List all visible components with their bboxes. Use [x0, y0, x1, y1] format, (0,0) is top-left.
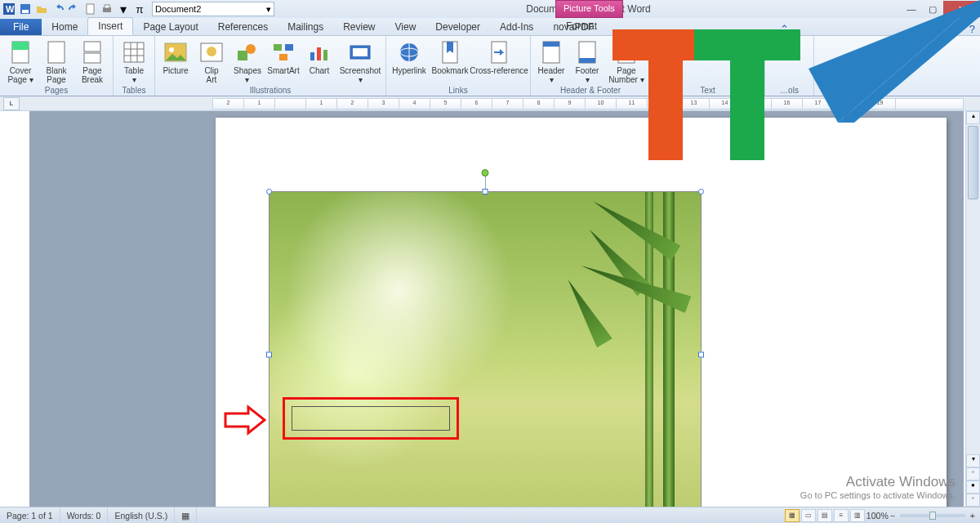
- page-break-button[interactable]: Page Break: [75, 38, 109, 84]
- zoom-level[interactable]: 100%: [866, 511, 889, 521]
- minimize-button[interactable]: —: [901, 1, 922, 17]
- group-text-label: Text: [700, 86, 715, 95]
- resize-handle-w[interactable]: [266, 352, 272, 358]
- save-icon[interactable]: [18, 2, 33, 16]
- zoom-in-button[interactable]: +: [970, 511, 975, 521]
- next-page-button[interactable]: ◦: [966, 494, 980, 507]
- equation-button[interactable]: π: [773, 38, 807, 65]
- clipart-button[interactable]: Clip Art: [194, 38, 229, 84]
- outline-view-button[interactable]: ≡: [834, 509, 849, 522]
- resize-handle-n[interactable]: [483, 189, 488, 194]
- shapes-icon: [234, 39, 261, 65]
- print-layout-view-button[interactable]: ▦: [785, 509, 800, 522]
- chart-button[interactable]: Chart: [302, 38, 336, 84]
- resize-handle-e[interactable]: [698, 352, 704, 358]
- group-illustrations-label: Illustrations: [250, 86, 292, 95]
- screenshot-button[interactable]: Screenshot ▾: [338, 38, 382, 84]
- resize-handle-ne[interactable]: [698, 189, 704, 194]
- inserted-picture[interactable]: [269, 191, 702, 507]
- smartart-button[interactable]: SmartArt: [266, 38, 301, 84]
- rotation-handle[interactable]: [482, 169, 489, 177]
- scroll-thumb[interactable]: [968, 126, 978, 199]
- header-button[interactable]: Header ▾: [534, 38, 568, 84]
- shapes-button[interactable]: Shapes ▾: [230, 38, 265, 84]
- status-page[interactable]: Page: 1 of 1: [0, 507, 60, 523]
- tab-page-layout[interactable]: Page Layout: [133, 19, 207, 35]
- zoom-slider-thumb[interactable]: [929, 512, 936, 520]
- zoom-out-button[interactable]: −: [890, 511, 895, 521]
- open-icon[interactable]: [34, 2, 49, 16]
- svg-rect-12: [124, 42, 144, 62]
- tab-selector[interactable]: L: [3, 97, 20, 110]
- draft-view-button[interactable]: ▥: [850, 509, 865, 522]
- web-layout-view-button[interactable]: ▤: [817, 509, 832, 522]
- tab-developer[interactable]: Developer: [425, 19, 490, 35]
- zoom-slider[interactable]: [900, 514, 965, 517]
- pi-icon[interactable]: π: [132, 2, 147, 16]
- svg-rect-8: [12, 42, 29, 50]
- footer-icon: [574, 39, 600, 65]
- windows-activation-watermark: Activate Windows Go to PC settings to ac…: [800, 474, 956, 500]
- svg-point-20: [207, 47, 216, 56]
- annotation-highlight-box: [283, 397, 459, 440]
- resize-handle-nw[interactable]: [266, 189, 272, 194]
- leaf-decoration: [578, 257, 692, 314]
- contextual-tab-title: Picture Tools: [555, 0, 623, 18]
- scroll-down-button[interactable]: ▾: [966, 454, 980, 467]
- hyperlink-button[interactable]: Hyperlink: [390, 38, 429, 75]
- new-icon[interactable]: [83, 2, 98, 16]
- svg-rect-27: [317, 47, 321, 60]
- document-canvas[interactable]: 2112345678910: [29, 111, 964, 507]
- scroll-up-button[interactable]: ▴: [966, 111, 980, 124]
- svg-point-22: [246, 44, 256, 54]
- browse-object-button[interactable]: ●: [966, 481, 980, 494]
- page-number-button[interactable]: #Page Number ▾: [606, 38, 647, 84]
- status-macro[interactable]: ▦: [175, 507, 197, 523]
- tab-references[interactable]: References: [208, 19, 278, 35]
- blank-page-button[interactable]: Blank Page: [39, 38, 74, 84]
- tab-mailings[interactable]: Mailings: [278, 19, 333, 35]
- horizontal-ruler[interactable]: 2112345678910111213141516171819: [212, 98, 964, 110]
- footer-button[interactable]: Footer ▾: [570, 38, 604, 84]
- table-button[interactable]: Table ▾: [117, 38, 151, 84]
- full-screen-view-button[interactable]: ▭: [801, 509, 816, 522]
- quick-access-toolbar: W ▾ π Document2▾: [0, 2, 276, 16]
- clipart-icon: [198, 39, 225, 65]
- svg-rect-4: [87, 4, 94, 14]
- bookmark-button[interactable]: Bookmark: [430, 38, 470, 75]
- word-icon[interactable]: W: [2, 2, 16, 16]
- previous-page-button[interactable]: ◦: [966, 467, 980, 481]
- group-pages: Cover Page ▾ Blank Page Page Break Pages: [0, 36, 114, 96]
- print-icon[interactable]: [100, 2, 114, 16]
- tab-insert[interactable]: Insert: [87, 17, 133, 35]
- document-combo[interactable]: Document2▾: [152, 2, 274, 16]
- status-words[interactable]: Words: 0: [60, 507, 109, 523]
- picture-button[interactable]: Picture: [158, 38, 193, 84]
- header-icon: [538, 39, 564, 65]
- help-icon[interactable]: ?: [969, 23, 975, 35]
- cross-reference-button[interactable]: Cross-reference: [471, 38, 527, 75]
- close-button[interactable]: ✕: [943, 1, 980, 17]
- signature-line-button[interactable]: ✎Signature Line ▾: [669, 39, 746, 51]
- vertical-scrollbar[interactable]: ▴ ▾ ◦ ● ◦: [965, 111, 980, 507]
- textbox-frame[interactable]: [292, 406, 450, 431]
- svg-rect-25: [279, 54, 287, 60]
- maximize-button[interactable]: ▢: [922, 1, 943, 17]
- status-language[interactable]: English (U.S.): [108, 507, 175, 523]
- tab-addins[interactable]: Add-Ins: [490, 19, 543, 35]
- tab-view[interactable]: View: [385, 19, 426, 35]
- svg-rect-10: [84, 42, 100, 51]
- tab-home[interactable]: Home: [42, 19, 87, 35]
- collapse-ribbon-icon[interactable]: ⌃: [780, 23, 789, 35]
- tab-review[interactable]: Review: [333, 19, 385, 35]
- undo-icon[interactable]: [51, 2, 65, 16]
- svg-rect-21: [238, 51, 247, 60]
- page[interactable]: [216, 118, 947, 507]
- tab-format[interactable]: Format: [556, 18, 607, 34]
- page-number-icon: #: [613, 39, 639, 65]
- cross-reference-icon: [486, 39, 512, 65]
- qat-dropdown-icon[interactable]: ▾: [116, 2, 131, 16]
- redo-icon[interactable]: [67, 2, 82, 16]
- cover-page-button[interactable]: Cover Page ▾: [3, 38, 38, 84]
- tab-file[interactable]: File: [0, 19, 42, 35]
